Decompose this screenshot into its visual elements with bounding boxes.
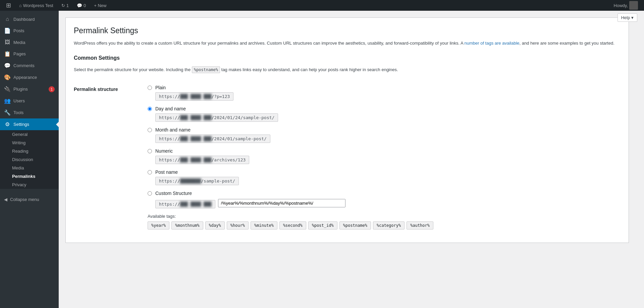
radio-post-name[interactable] xyxy=(148,170,152,174)
site-name: Wordpress Test xyxy=(23,3,53,8)
option-month-name: Month and name https://███ ████ ███/2024… xyxy=(148,127,621,143)
permalink-structure-label: Permalink structure xyxy=(74,80,148,235)
tag-postname[interactable]: %postname% xyxy=(339,221,371,229)
label-day-name[interactable]: Day and name xyxy=(155,106,186,111)
desc-after-link: , and here are some examples to get you … xyxy=(520,41,614,46)
menu-item-plugins[interactable]: 🔌 Plugins 1 xyxy=(0,83,59,95)
updates-count: 1 xyxy=(66,3,69,8)
option-numeric: Numeric https://███ ████ ███/archives/12… xyxy=(148,148,621,164)
menu-label-pages: Pages xyxy=(13,51,26,56)
submenu-item-privacy[interactable]: Privacy xyxy=(0,181,59,189)
submenu-item-writing[interactable]: Writing xyxy=(0,139,59,147)
radio-custom[interactable] xyxy=(148,191,152,196)
menu-label-users: Users xyxy=(13,98,25,103)
link-text: number of tags are available xyxy=(464,41,519,46)
label-plain[interactable]: Plain xyxy=(155,85,166,90)
tag-year[interactable]: %year% xyxy=(148,221,169,229)
menu-item-settings[interactable]: ⚙ Settings xyxy=(0,118,59,130)
posts-icon: 📄 xyxy=(4,28,11,34)
comments-icon: 💬 xyxy=(77,3,82,8)
collapse-label: Collapse menu xyxy=(10,197,39,202)
comments-link[interactable]: 💬 0 xyxy=(73,0,89,11)
tag-author[interactable]: %author% xyxy=(407,221,433,229)
submenu-label-reading: Reading xyxy=(12,149,28,154)
label-numeric[interactable]: Numeric xyxy=(155,148,173,154)
help-label: Help ▾ xyxy=(621,15,634,20)
tag-hour[interactable]: %hour% xyxy=(227,221,249,229)
menu-label-settings: Settings xyxy=(13,122,29,127)
submenu-item-permalinks[interactable]: Permalinks xyxy=(0,172,59,181)
available-tags-label: Available tags: xyxy=(148,214,621,219)
collapse-menu-button[interactable]: ◀ Collapse menu xyxy=(0,194,59,205)
menu-item-dashboard[interactable]: ⌂ Dashboard xyxy=(0,13,59,25)
menu-item-users[interactable]: 👥 Users xyxy=(0,95,59,107)
page-description: WordPress offers you the ability to crea… xyxy=(74,40,621,47)
menu-label-comments: Comments xyxy=(13,63,35,68)
tags-link[interactable]: number of tags are available xyxy=(464,41,519,46)
tag-minute[interactable]: %minute% xyxy=(251,221,277,229)
permalink-structure-options: Plain https://███ ████ ███/?p=123 Day an… xyxy=(148,80,621,235)
menu-item-comments[interactable]: 💬 Comments xyxy=(0,60,59,71)
menu-label-appearance: Appearance xyxy=(13,75,37,80)
url-preview-custom-base: https://███ ████ ███ xyxy=(155,200,215,208)
help-button[interactable]: Help ▾ xyxy=(618,13,637,22)
tag-category[interactable]: %category% xyxy=(373,221,405,229)
settings-submenu: General Writing Reading Discussion Media… xyxy=(0,130,59,189)
tag-second[interactable]: %second% xyxy=(279,221,306,229)
menu-label-posts: Posts xyxy=(13,28,24,33)
menu-item-appearance[interactable]: 🎨 Appearance xyxy=(0,71,59,83)
updates-link[interactable]: ↻ 1 xyxy=(58,0,72,11)
plugins-badge: 1 xyxy=(49,86,55,92)
permalink-label-text: Permalink structure xyxy=(74,87,118,92)
wp-logo[interactable]: ⊞ xyxy=(3,0,14,11)
tag-post-id[interactable]: %post_id% xyxy=(308,221,337,229)
media-icon: 🖼 xyxy=(4,39,11,45)
radio-plain[interactable] xyxy=(148,86,152,90)
submenu-label-media: Media xyxy=(12,165,24,170)
menu-item-tools[interactable]: 🔧 Tools xyxy=(0,107,59,118)
submenu-item-media[interactable]: Media xyxy=(0,164,59,172)
radio-day-name[interactable] xyxy=(148,107,152,111)
wp-icon: ⊞ xyxy=(6,2,11,9)
new-label: + New xyxy=(94,3,106,8)
radio-numeric[interactable] xyxy=(148,149,152,153)
admin-menu: ⌂ Dashboard 📄 Posts 🖼 Media 📋 Pages 💬 Co… xyxy=(0,11,59,308)
option-day-name: Day and name https://███ ████ ███/2024/0… xyxy=(148,106,621,122)
custom-structure-input[interactable] xyxy=(218,199,345,207)
new-content-link[interactable]: + New xyxy=(91,0,110,11)
submenu-item-discussion[interactable]: Discussion xyxy=(0,155,59,164)
submenu-item-general[interactable]: General xyxy=(0,130,59,139)
label-month-name[interactable]: Month and name xyxy=(155,127,191,133)
url-preview-numeric: https://███ ████ ███/archives/123 xyxy=(155,156,249,164)
label-custom[interactable]: Custom Structure xyxy=(155,191,192,196)
option-plain: Plain https://███ ████ ███/?p=123 xyxy=(148,85,621,101)
users-icon: 👥 xyxy=(4,98,11,104)
page-title: Permalink Settings xyxy=(74,26,621,36)
submenu-label-general: General xyxy=(12,132,28,137)
plugins-icon: 🔌 xyxy=(4,86,11,92)
menu-label-plugins: Plugins xyxy=(13,87,28,92)
admin-bar: ⊞ ⌂ Wordpress Test ↻ 1 💬 0 + New Howdy, xyxy=(0,0,644,11)
site-name-link[interactable]: ⌂ Wordpress Test xyxy=(16,0,57,11)
collapse-icon: ◀ xyxy=(4,197,7,202)
submenu-label-privacy: Privacy xyxy=(12,182,26,187)
radio-month-name[interactable] xyxy=(148,128,152,132)
submenu-item-reading[interactable]: Reading xyxy=(0,147,59,155)
comments-count: 0 xyxy=(84,3,86,8)
common-settings-title: Common Settings xyxy=(74,55,621,61)
user-greeting[interactable]: Howdy, xyxy=(610,0,641,11)
tag-monthnum[interactable]: %monthnum% xyxy=(171,221,203,229)
menu-item-media[interactable]: 🖼 Media xyxy=(0,37,59,48)
menu-item-pages[interactable]: 📋 Pages xyxy=(0,48,59,60)
section-description: Select the permalink structure for your … xyxy=(74,66,621,73)
settings-table: Permalink structure Plain https://███ ██… xyxy=(74,80,621,235)
permalink-structure-row: Permalink structure Plain https://███ ██… xyxy=(74,80,621,235)
appearance-icon: 🎨 xyxy=(4,74,11,81)
url-preview-plain: https://███ ████ ███/?p=123 xyxy=(155,92,233,101)
tag-day[interactable]: %day% xyxy=(205,221,225,229)
label-post-name[interactable]: Post name xyxy=(155,169,178,175)
menu-item-posts[interactable]: 📄 Posts xyxy=(0,25,59,37)
howdy-label: Howdy, xyxy=(614,3,628,8)
available-tags-section: Available tags: %year% %monthnum% %day% … xyxy=(148,214,621,229)
menu-label-media: Media xyxy=(13,40,25,45)
